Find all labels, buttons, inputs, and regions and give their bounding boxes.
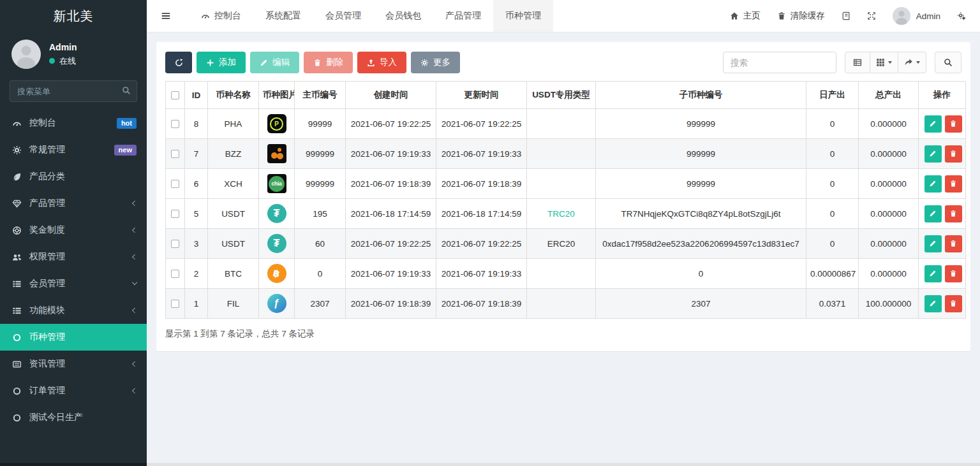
- settings-button[interactable]: [957, 11, 966, 20]
- sidebar-item[interactable]: 产品分类: [0, 163, 147, 190]
- trash-icon: [949, 150, 957, 157]
- refresh-button[interactable]: [165, 52, 192, 73]
- topnav-tab[interactable]: 产品管理: [433, 0, 493, 32]
- total-output-cell: 0.000000: [859, 229, 919, 259]
- trash-icon: [949, 270, 957, 277]
- column-header: 总产出: [859, 82, 919, 109]
- columns-button[interactable]: [870, 52, 898, 73]
- pha-coin-icon: [267, 114, 286, 133]
- topnav-tab[interactable]: 系统配置: [253, 0, 313, 32]
- topnav-tab[interactable]: 币种管理: [493, 0, 553, 32]
- sidebar-item[interactable]: 权限管理: [0, 244, 147, 270]
- sidebar-item[interactable]: 常规管理new: [0, 136, 147, 163]
- row-delete-button[interactable]: [945, 115, 962, 133]
- table-row: 8PHA999992021-06-07 19:22:252021-06-07 1…: [166, 109, 966, 139]
- row-delete-button[interactable]: [945, 145, 962, 163]
- sub-coin-no-cell: 999999: [596, 139, 806, 169]
- cogs-icon: [11, 145, 22, 155]
- list-icon: [11, 279, 22, 289]
- row-edit-button[interactable]: [924, 205, 942, 222]
- sidebar-item-label: 奖金制度: [29, 224, 65, 236]
- column-header: 币种图片: [259, 82, 295, 109]
- user-status: 在线: [49, 55, 77, 67]
- more-button[interactable]: 更多: [411, 52, 460, 73]
- row-edit-button[interactable]: [924, 145, 942, 163]
- daily-output-cell: 0: [806, 169, 859, 199]
- sidebar-menu: 控制台hot常规管理new产品分类产品管理奖金制度权限管理会员管理功能模块币种管…: [0, 110, 147, 431]
- sidebar-item-label: 币种管理: [29, 331, 65, 343]
- user-menu[interactable]: Admin: [893, 7, 940, 25]
- pencil-icon: [929, 300, 937, 307]
- topnav-tab[interactable]: 会员管理: [313, 0, 373, 32]
- row-checkbox[interactable]: [171, 210, 179, 218]
- select-all-checkbox[interactable]: [171, 91, 179, 99]
- row-delete-button[interactable]: [945, 235, 962, 252]
- clear-cache-link[interactable]: 清除缓存: [777, 10, 825, 22]
- row-select-cell: [166, 259, 185, 289]
- row-edit-button[interactable]: [924, 175, 942, 193]
- main-coin-no-cell: 999999: [295, 139, 346, 169]
- sidebar-item[interactable]: 测试今日生产: [0, 404, 147, 431]
- sidebar-item[interactable]: 币种管理: [0, 324, 147, 351]
- row-checkbox[interactable]: [171, 300, 179, 308]
- usdt-type-cell: [527, 289, 596, 319]
- actions-cell: [919, 259, 966, 289]
- search-toggle-button[interactable]: [935, 52, 961, 73]
- gears-icon: [957, 11, 966, 20]
- header-row: ID币种名称币种图片主币编号创建时间更新时间USDT专用类型子币种编号日产出总产…: [166, 82, 966, 109]
- updated-time-cell: 2021-06-07 19:18:39: [436, 289, 527, 319]
- usdt-type-cell: TRC20: [527, 199, 596, 229]
- detail-view-button[interactable]: [845, 52, 870, 73]
- usdt-type-cell: [527, 169, 596, 199]
- sidebar-item[interactable]: 产品管理: [0, 190, 147, 217]
- topnav-tab[interactable]: 控制台: [189, 0, 253, 32]
- sidebar-item[interactable]: 控制台hot: [0, 110, 147, 136]
- row-delete-button[interactable]: [945, 295, 962, 312]
- sidebar-item-label: 测试今日生产: [29, 412, 83, 423]
- edit-button[interactable]: 编辑: [250, 52, 299, 73]
- topbar-right: 主页 清除缓存 Admin: [730, 0, 980, 32]
- row-edit-button[interactable]: [924, 265, 942, 282]
- sidebar-item-label: 产品分类: [29, 171, 65, 182]
- language-button[interactable]: [842, 11, 850, 20]
- trash-icon: [949, 300, 957, 307]
- id-cell: 2: [185, 259, 208, 289]
- row-checkbox[interactable]: [171, 240, 179, 248]
- row-checkbox[interactable]: [171, 180, 179, 188]
- row-edit-button[interactable]: [924, 235, 942, 252]
- row-edit-button[interactable]: [924, 295, 942, 312]
- import-button[interactable]: 导入: [357, 52, 406, 73]
- usdt-coin-icon: [267, 234, 286, 253]
- row-edit-button[interactable]: [924, 115, 942, 133]
- home-link[interactable]: 主页: [730, 10, 761, 22]
- sidebar-item[interactable]: 资讯管理: [0, 351, 147, 377]
- actions-cell: [919, 139, 966, 169]
- fullscreen-button[interactable]: [867, 11, 876, 20]
- export-button[interactable]: [898, 52, 926, 73]
- table-search-input[interactable]: [723, 52, 836, 73]
- row-delete-button[interactable]: [945, 265, 962, 282]
- delete-button[interactable]: 删除: [304, 52, 353, 73]
- row-checkbox[interactable]: [171, 120, 179, 128]
- row-checkbox[interactable]: [171, 150, 179, 158]
- sidebar-item[interactable]: 奖金制度: [0, 217, 147, 244]
- horizontal-scrollbar[interactable]: [0, 463, 980, 466]
- coin-image-cell: [259, 169, 295, 199]
- row-select-cell: [166, 199, 185, 229]
- pencil-icon: [929, 150, 937, 157]
- tab-label: 控制台: [214, 10, 241, 22]
- sidebar-item[interactable]: 订单管理: [0, 377, 147, 404]
- sidebar-item[interactable]: 功能模块: [0, 297, 147, 324]
- topnav-tab[interactable]: 会员钱包: [373, 0, 433, 32]
- sidebar-item[interactable]: 会员管理: [0, 270, 147, 297]
- chevron-left-icon: [132, 308, 138, 314]
- row-delete-button[interactable]: [945, 175, 962, 193]
- add-button[interactable]: 添加: [197, 52, 246, 73]
- usdt-type-label: TRC20: [547, 209, 575, 219]
- row-checkbox[interactable]: [171, 270, 179, 278]
- main-coin-no-cell: 999999: [295, 169, 346, 199]
- row-delete-button[interactable]: [945, 205, 962, 222]
- trash-icon: [949, 180, 957, 187]
- sidebar-toggle-button[interactable]: [152, 0, 180, 32]
- sidebar-search-input[interactable]: [10, 80, 137, 102]
